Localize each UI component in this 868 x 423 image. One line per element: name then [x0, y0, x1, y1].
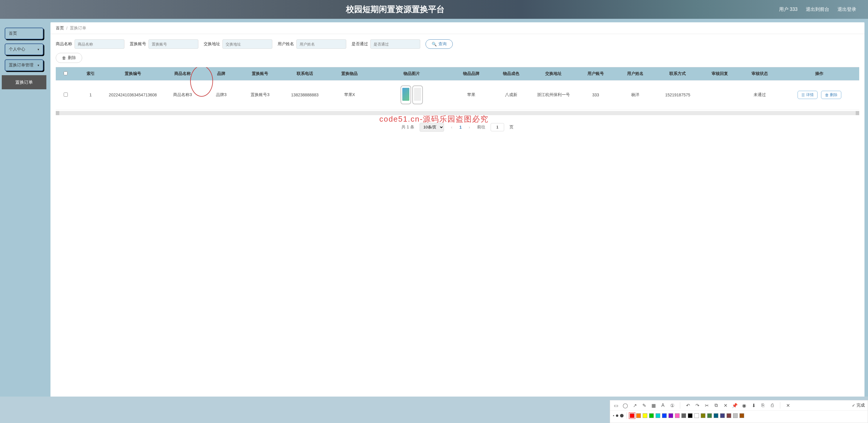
filter-product-input[interactable]: [74, 39, 124, 49]
crop-icon[interactable]: ✂: [704, 402, 710, 408]
pin-icon[interactable]: 📌: [732, 402, 738, 408]
eraser-icon[interactable]: ✕: [722, 402, 728, 408]
horizontal-scrollbar[interactable]: [56, 111, 859, 115]
column-header: 物品品牌: [452, 67, 492, 80]
column-header: 操作: [780, 67, 859, 80]
close-icon[interactable]: ✕: [785, 402, 791, 408]
logout-link[interactable]: 退出登录: [837, 6, 856, 12]
color-swatch[interactable]: [643, 413, 647, 418]
color-swatch[interactable]: [675, 413, 680, 418]
page-goto-input[interactable]: [491, 123, 504, 131]
pen-icon[interactable]: ✎: [641, 402, 647, 408]
column-header: 用户姓名: [616, 67, 655, 80]
annotation-toolbar: ▭ ◯ ↗ ✎ ▦ A ① ↶ ↷ ✂ ⧉ ✕ 📌 ◉ ⬇ ⎘ ⎙ ✕ ✓ 完成: [610, 400, 868, 423]
table-container: 索引置换编号商品名称品牌置换账号联系电话置换物品物品图片物品品牌物品成色交换地址…: [56, 67, 859, 110]
record-icon[interactable]: ◉: [741, 402, 747, 408]
page-current[interactable]: 1: [459, 125, 462, 130]
cell-phone: 138238888883: [283, 80, 327, 110]
color-swatch[interactable]: [662, 413, 667, 418]
color-swatch[interactable]: [701, 413, 706, 418]
column-header: 置换物品: [327, 67, 372, 80]
download-icon[interactable]: ⬇: [751, 402, 756, 408]
filter-username-input[interactable]: [297, 39, 346, 49]
filter-address-label: 交换地址: [204, 41, 220, 47]
column-header: 品牌: [205, 67, 238, 80]
color-swatch[interactable]: [694, 413, 699, 418]
color-swatch[interactable]: [669, 413, 673, 418]
phone-front-icon: [401, 85, 411, 104]
color-swatch[interactable]: [649, 413, 654, 418]
number-icon[interactable]: ①: [669, 402, 675, 408]
circle-icon[interactable]: ◯: [622, 402, 628, 408]
cell-product: 商品名称3: [160, 80, 205, 110]
scroll-right-icon[interactable]: [856, 111, 859, 115]
separator: [680, 402, 680, 408]
detail-button[interactable]: ☰ 详情: [798, 91, 817, 99]
sidebar-center-label: 个人中心: [9, 47, 25, 52]
brush-large-icon[interactable]: [620, 414, 624, 417]
text-icon[interactable]: A: [660, 402, 666, 408]
sidebar: 首页 个人中心 ▾ 置换订单管理 ▾ 置换订单: [0, 19, 48, 423]
separator: [626, 413, 627, 419]
select-all-checkbox[interactable]: [64, 72, 67, 75]
cell-index: 1: [76, 80, 106, 110]
page-next-button[interactable]: ›: [467, 125, 472, 130]
ocr-icon[interactable]: ⧉: [713, 402, 719, 408]
check-icon: ✓: [852, 403, 856, 408]
filter-bar: 商品名称 置换账号 交换地址 用户姓名 是否通过: [51, 34, 865, 51]
column-header: 交换地址: [531, 67, 576, 80]
order-table: 索引置换编号商品名称品牌置换账号联系电话置换物品物品图片物品品牌物品成色交换地址…: [56, 67, 859, 110]
cell-reply: [700, 80, 740, 110]
color-swatch[interactable]: [688, 413, 692, 418]
page-total: 共 1 条: [401, 124, 414, 130]
query-button[interactable]: 🔍 查询: [426, 39, 453, 49]
brush-medium-icon[interactable]: [616, 415, 618, 417]
done-button[interactable]: ✓ 完成: [852, 403, 865, 408]
color-swatch[interactable]: [726, 413, 731, 418]
arrow-icon[interactable]: ↗: [632, 402, 638, 408]
exit-to-front-link[interactable]: 退出到前台: [806, 6, 829, 12]
filter-username-label: 用户姓名: [278, 41, 294, 47]
cell-user-acc: 333: [576, 80, 616, 110]
column-header: 用户账号: [576, 67, 616, 80]
page-size-select[interactable]: 10条/页: [420, 123, 444, 132]
row-checkbox[interactable]: [64, 92, 68, 97]
color-swatch[interactable]: [707, 413, 712, 418]
color-swatch[interactable]: [733, 413, 738, 418]
redo-icon[interactable]: ↷: [694, 402, 700, 408]
user-label[interactable]: 用户 333: [779, 6, 798, 12]
color-swatch[interactable]: [740, 413, 744, 418]
color-swatch[interactable]: [720, 413, 725, 418]
color-swatch[interactable]: [681, 413, 686, 418]
cell-address: 浙江杭州保利一号: [531, 80, 576, 110]
scroll-left-icon[interactable]: [56, 111, 59, 115]
table-header-row: 索引置换编号商品名称品牌置换账号联系电话置换物品物品图片物品品牌物品成色交换地址…: [56, 67, 859, 80]
filter-approved-label: 是否通过: [351, 41, 368, 47]
breadcrumb-separator: /: [66, 26, 67, 31]
color-swatch[interactable]: [655, 413, 660, 418]
undo-icon[interactable]: ↶: [685, 402, 691, 408]
copy-icon[interactable]: ⎘: [760, 402, 766, 408]
color-swatch[interactable]: [630, 413, 634, 418]
filter-address-input[interactable]: [222, 39, 272, 49]
rect-icon[interactable]: ▭: [613, 402, 619, 408]
sidebar-home-button[interactable]: 首页: [5, 28, 43, 39]
trash-icon: 🗑: [825, 93, 829, 97]
breadcrumb-home[interactable]: 首页: [56, 26, 64, 31]
page-prev-button[interactable]: ‹: [449, 125, 454, 130]
sidebar-order-manage-button[interactable]: 置换订单管理 ▾: [5, 59, 43, 71]
sidebar-submenu-order[interactable]: 置换订单: [2, 75, 46, 89]
batch-delete-button[interactable]: 🗑 删除: [56, 53, 82, 63]
filter-account-input[interactable]: [149, 39, 198, 49]
sidebar-center-button[interactable]: 个人中心 ▾: [5, 44, 43, 55]
color-swatch[interactable]: [714, 413, 718, 418]
cell-contact: 15219187575: [655, 80, 700, 110]
mosaic-icon[interactable]: ▦: [651, 402, 656, 408]
bookmark-icon[interactable]: ⎙: [769, 402, 775, 408]
row-delete-button[interactable]: 🗑 删除: [821, 91, 841, 99]
color-swatch[interactable]: [636, 413, 641, 418]
filter-approved-input[interactable]: [370, 39, 420, 49]
brush-small-icon[interactable]: [613, 415, 614, 416]
table-row: 1 202242410363454713608 商品名称3 品牌3 置换账号3 …: [56, 80, 859, 110]
column-header: 审核状态: [740, 67, 780, 80]
